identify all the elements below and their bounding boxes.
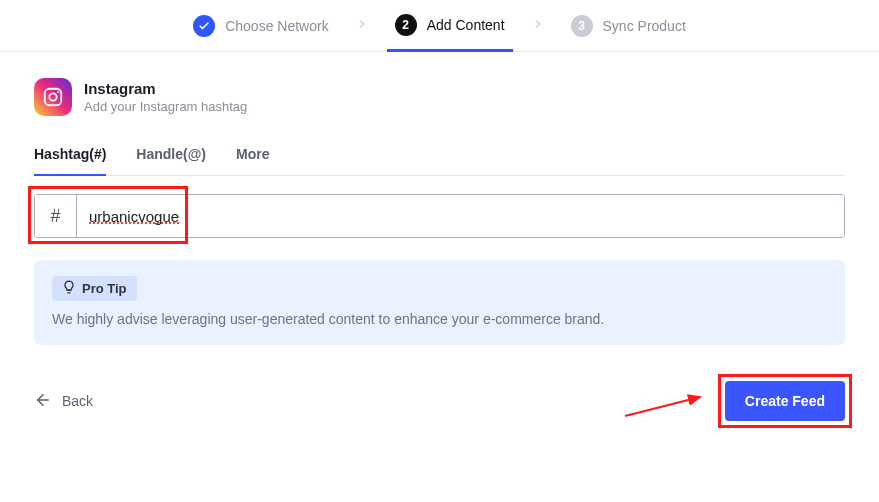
pro-tip-label: Pro Tip xyxy=(82,281,127,296)
svg-point-1 xyxy=(49,93,56,100)
chevron-right-icon xyxy=(531,17,545,34)
step-add-content[interactable]: 2 Add Content xyxy=(387,1,513,52)
wizard-stepper: Choose Network 2 Add Content 3 Sync Prod… xyxy=(0,0,879,52)
back-label: Back xyxy=(62,393,93,409)
source-header: Instagram Add your Instagram hashtag xyxy=(34,78,845,116)
chevron-right-icon xyxy=(355,17,369,34)
svg-line-4 xyxy=(625,397,700,416)
pro-tip-badge: Pro Tip xyxy=(52,276,137,301)
instagram-icon xyxy=(34,78,72,116)
tab-hashtag[interactable]: Hashtag(#) xyxy=(34,146,106,176)
hash-prefix-icon: # xyxy=(35,195,77,237)
annotation-arrow-icon xyxy=(620,391,710,421)
lightbulb-icon xyxy=(62,280,76,297)
step-label: Sync Product xyxy=(603,18,686,34)
svg-point-2 xyxy=(57,91,59,93)
pro-tip-panel: Pro Tip We highly advise leveraging user… xyxy=(34,260,845,345)
step-label: Add Content xyxy=(427,17,505,33)
step-sync-product[interactable]: 3 Sync Product xyxy=(563,0,694,51)
step-number-badge: 2 xyxy=(395,14,417,36)
step-label: Choose Network xyxy=(225,18,329,34)
hashtag-input-wrap: # xyxy=(34,194,845,238)
hashtag-input[interactable] xyxy=(77,195,844,237)
form-footer: Back Create Feed xyxy=(34,381,845,441)
step-choose-network[interactable]: Choose Network xyxy=(185,0,337,51)
svg-rect-0 xyxy=(45,89,62,106)
step-number-badge: 3 xyxy=(571,15,593,37)
input-type-tabs: Hashtag(#) Handle(@) More xyxy=(34,146,845,176)
source-name: Instagram xyxy=(84,80,247,97)
tab-more[interactable]: More xyxy=(236,146,269,175)
tab-handle[interactable]: Handle(@) xyxy=(136,146,206,175)
check-icon xyxy=(193,15,215,37)
source-subtitle: Add your Instagram hashtag xyxy=(84,99,247,114)
create-feed-button[interactable]: Create Feed xyxy=(725,381,845,421)
back-button[interactable]: Back xyxy=(34,391,93,412)
pro-tip-text: We highly advise leveraging user-generat… xyxy=(52,311,827,327)
arrow-left-icon xyxy=(34,391,52,412)
